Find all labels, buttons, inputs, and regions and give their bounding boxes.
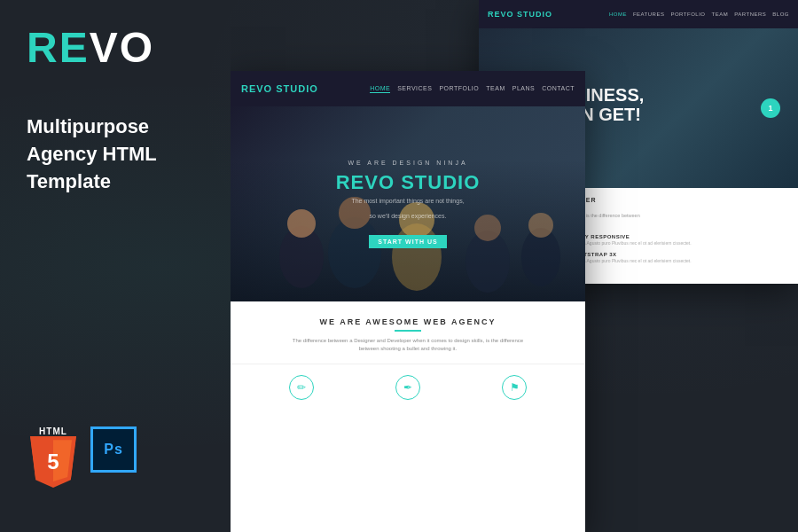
icon-brush: ✒ (395, 375, 420, 400)
front-logo: REVO STUDIO (241, 83, 318, 94)
hero-content: WE ARE DESIGN NINJA REVO STUDIO The most… (336, 160, 481, 248)
front-nav-contact[interactable]: CONTACT (542, 85, 575, 93)
ps-label: Ps (104, 442, 123, 458)
tagline-line1: Multipurpose Agency HTML Template (27, 113, 222, 195)
hero-desc2: so we'll design experiences. (336, 213, 481, 219)
feature-responsive: ▤ FULLY RESPONSIVE Vivec la Agusto puro … (553, 234, 786, 246)
front-nav-portfolio[interactable]: PORTFOLIO (439, 85, 479, 93)
back-nav-team[interactable]: TEAM (712, 12, 729, 17)
back-nav-partners[interactable]: PARTNERS (734, 12, 766, 17)
front-icons-row: ✏ ✒ ⚑ (231, 364, 585, 411)
back-logo-re: REVO (488, 10, 514, 19)
hero-title-studio: STUDIO (401, 171, 480, 193)
back-features: ▤ FULLY RESPONSIVE Vivec la Agusto puro … (553, 234, 786, 284)
logo-vo: VO (90, 24, 154, 71)
back-logo: REVO STUDIO (488, 10, 552, 19)
back-nav-home[interactable]: HOME (609, 12, 627, 17)
icon-item-3: ⚑ (502, 375, 527, 400)
screenshots-area: REVO STUDIO HOME FEATURES PORTFOLIO TEAM… (231, 0, 798, 532)
feature-bootstrap-text: BOOTSTRAP 3X Vivec la Agusto puro Pluvib… (570, 252, 692, 264)
back-nav-features[interactable]: FEATURES (633, 12, 665, 17)
back-header: REVO STUDIO HOME FEATURES PORTFOLIO TEAM… (479, 0, 798, 28)
agency-title: WE ARE AWESOME WEB AGENCY (248, 317, 567, 326)
front-nav: HOME SERVICES PORTFOLIO TEAM PLANS CONTA… (370, 85, 575, 93)
back-logo-studio: STUDIO (514, 10, 553, 19)
back-nav-portfolio[interactable]: PORTFOLIO (670, 12, 705, 17)
brand-logo: REVO (27, 27, 222, 69)
svg-text:5: 5 (47, 450, 59, 473)
front-header: REVO STUDIO HOME SERVICES PORTFOLIO TEAM… (231, 71, 585, 106)
hero-title-revo: REVO (336, 171, 395, 193)
agency-divider (395, 330, 421, 332)
front-nav-team[interactable]: TEAM (486, 85, 505, 93)
feature-responsive-desc: Vivec la Agusto puro Pluvibus nec el ot … (570, 240, 692, 246)
agency-desc: The difference between a Designer and De… (284, 337, 532, 353)
feature-bootstrap-title: BOOTSTRAP 3X (570, 252, 692, 257)
screenshot-front: REVO STUDIO HOME SERVICES PORTFOLIO TEAM… (231, 71, 585, 532)
hero-title: REVO STUDIO (336, 171, 481, 194)
icon-item-1: ✏ (289, 375, 314, 400)
front-agency-section: WE ARE AWESOME WEB AGENCY The difference… (231, 301, 585, 364)
back-nav: HOME FEATURES PORTFOLIO TEAM PARTNERS BL… (609, 12, 789, 17)
front-nav-plans[interactable]: PLANS (512, 85, 535, 93)
html5-badge: HTML 5 (27, 426, 80, 488)
tech-badges: HTML 5 Ps (27, 426, 222, 488)
feature-bootstrap-desc: Vivec la Agusto puro Pluvibus nec el ot … (570, 258, 692, 264)
front-logo-studio: STUDIO (272, 83, 318, 94)
svg-point-4 (287, 209, 316, 238)
front-hero: WE ARE DESIGN NINJA REVO STUDIO The most… (231, 106, 585, 301)
icon-pencil: ✏ (289, 375, 314, 400)
icon-item-2: ✒ (395, 375, 420, 400)
icon-flag: ⚑ (502, 375, 527, 400)
ps-badge: Ps (90, 426, 137, 473)
hero-subtitle: WE ARE DESIGN NINJA (336, 160, 481, 166)
svg-point-12 (528, 213, 553, 238)
html5-label: HTML (39, 426, 67, 436)
front-nav-home[interactable]: HOME (370, 85, 390, 93)
logo-re: RE (27, 24, 90, 71)
html5-version: 5 (30, 435, 76, 489)
front-nav-services[interactable]: SERVICES (397, 85, 432, 93)
hero-cta-button[interactable]: START WITH US (369, 235, 446, 248)
hero-desc: The most important things are not things… (336, 198, 481, 204)
back-nav-blog[interactable]: BLOG (772, 12, 789, 17)
feature-responsive-title: FULLY RESPONSIVE (570, 234, 692, 239)
feature-bootstrap: B BOOTSTRAP 3X Vivec la Agusto puro Pluv… (553, 252, 786, 264)
logo-container: REVO (27, 27, 222, 69)
tagline: Multipurpose Agency HTML Template (27, 113, 222, 195)
feature-responsive-text: FULLY RESPONSIVE Vivec la Agusto puro Pl… (570, 234, 692, 246)
left-panel: REVO Multipurpose Agency HTML Template H… (0, 0, 248, 532)
html5-shield: 5 (30, 436, 76, 488)
